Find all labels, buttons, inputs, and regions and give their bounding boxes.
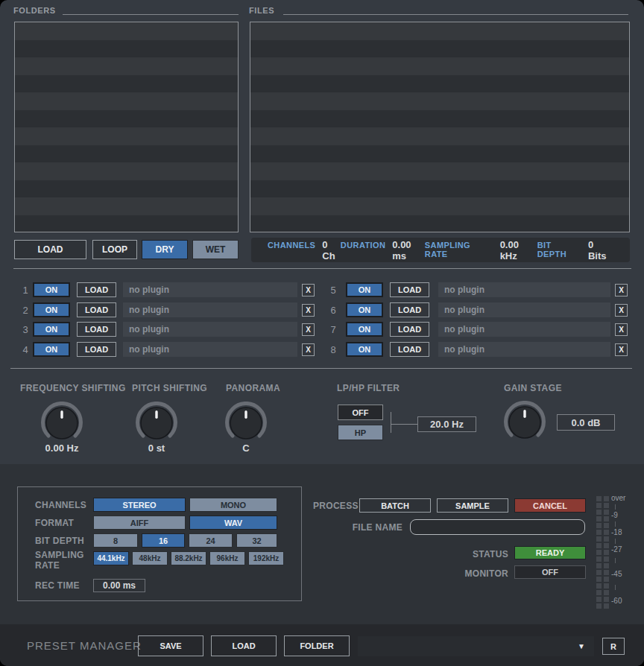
divider-middle [10,368,632,369]
sampling-rate-44-button[interactable]: 44.1kHz [93,551,129,565]
meter-square [596,530,602,535]
dry-toggle[interactable]: DRY [142,240,188,259]
pitch-shifting-knob[interactable] [136,402,177,443]
loop-button[interactable]: LOOP [92,240,137,259]
filter-cutoff-value[interactable]: 20.0 Hz [417,416,476,432]
files-list[interactable] [250,22,630,232]
slot-2-remove-button[interactable]: X [302,304,315,317]
preset-folder-button[interactable]: FOLDER [284,635,350,656]
slot-8-remove-button[interactable]: X [615,343,628,356]
format-wav-button[interactable]: WAV [189,516,277,530]
filter-connector-horizontal [391,424,417,425]
plugin-slot-row-1: 1 ON LOAD no plugin X [21,282,315,297]
slot-1-on-button[interactable]: ON [33,282,70,297]
folders-list[interactable] [14,22,239,232]
preset-manager-title: PRESET MANAGER [27,639,142,652]
slot-7-remove-button[interactable]: X [615,323,628,336]
bit-depth-32-button[interactable]: 32 [236,533,277,548]
preset-load-button[interactable]: LOAD [211,635,277,656]
channels-mono-button[interactable]: MONO [189,498,277,512]
meter-label-27: -27 [611,545,622,554]
meter-square [604,516,609,521]
meter-tick [615,539,616,544]
slot-3-load-button[interactable]: LOAD [77,322,116,337]
divider-top [13,268,631,269]
meter-square [604,543,609,548]
bit-depth-16-button[interactable]: 16 [142,533,185,548]
format-aiff-button[interactable]: AIFF [93,516,186,530]
preset-dropdown[interactable]: ▼ [358,636,594,656]
slot-4-remove-button[interactable]: X [302,343,315,356]
level-meter [596,496,609,609]
sampling-rate-192-button[interactable]: 192kHz [248,551,284,565]
slot-5-on-button[interactable]: ON [346,282,383,297]
gain-stage-knob[interactable] [504,401,546,443]
meter-square [596,536,602,542]
slot-8-load-button[interactable]: LOAD [390,342,429,357]
slot-2-load-button[interactable]: LOAD [77,302,116,317]
cancel-button[interactable]: CANCEL [514,498,586,513]
meter-square [604,523,609,528]
slot-5-plugin-name[interactable]: no plugin [438,282,610,297]
slot-3-on-button[interactable]: ON [33,322,70,337]
slot-1-plugin-name[interactable]: no plugin [123,282,297,297]
meter-square [596,563,602,568]
slot-3-plugin-name[interactable]: no plugin [123,322,297,337]
panorama-label: PANORAMA [226,383,280,393]
sampling-rate-48-button[interactable]: 48kHz [132,551,168,565]
plugin-slot-row-2: 2 ON LOAD no plugin X [21,302,315,317]
info-duration: DURATION 0.00 ms [341,239,425,261]
sampling-rate-88-button[interactable]: 88.2kHz [171,551,206,565]
slot-6-plugin-name[interactable]: no plugin [438,302,610,317]
slot-4-on-button[interactable]: ON [33,342,70,357]
plugin-slot-row-5: 5 ON LOAD no plugin X [328,282,628,297]
meter-square [604,583,609,589]
knob-icon [136,402,177,443]
slot-5-remove-button[interactable]: X [615,284,628,296]
slot-8-plugin-name[interactable]: no plugin [438,342,610,357]
meter-square [596,577,602,582]
slot-4-load-button[interactable]: LOAD [77,342,116,357]
preset-save-button[interactable]: SAVE [138,635,203,656]
filter-off-button[interactable]: OFF [338,405,383,420]
file-name-input[interactable] [410,519,585,535]
slot-7-on-button[interactable]: ON [346,322,383,337]
bit-depth-24-button[interactable]: 24 [189,533,233,548]
slot-1-remove-button[interactable]: X [302,284,315,296]
slot-2-on-button[interactable]: ON [33,302,70,317]
slot-6-on-button[interactable]: ON [346,302,383,317]
sampling-rate-96-button[interactable]: 96kHz [209,551,245,565]
slot-6-load-button[interactable]: LOAD [390,302,429,317]
sample-button[interactable]: SAMPLE [437,498,508,513]
batch-button[interactable]: BATCH [359,498,431,513]
gain-stage-value[interactable]: 0.0 dB [557,414,615,431]
info-duration-label: DURATION [341,241,385,250]
slot-7-plugin-name[interactable]: no plugin [438,322,610,337]
slot-3-remove-button[interactable]: X [302,323,315,336]
panorama-knob[interactable] [225,402,267,443]
frequency-shifting-label: FREQUENCY SHIFTING [20,383,126,393]
slot-5-load-button[interactable]: LOAD [390,282,429,297]
filter-hp-button[interactable]: HP [338,425,383,440]
monitor-label: MONITOR [419,568,508,579]
frequency-shifting-knob[interactable] [41,402,83,443]
bit-depth-8-button[interactable]: 8 [93,533,138,548]
slot-7-load-button[interactable]: LOAD [390,322,429,337]
slot-4-plugin-name[interactable]: no plugin [123,342,297,357]
meter-square [596,523,602,528]
wet-toggle[interactable]: WET [192,240,239,259]
format-label: FORMAT [35,518,74,528]
slot-2-plugin-name[interactable]: no plugin [123,302,297,317]
meter-square [604,503,609,508]
load-file-button[interactable]: LOAD [14,240,86,259]
slot-number: 4 [21,344,30,355]
slot-6-remove-button[interactable]: X [615,304,628,317]
channels-stereo-button[interactable]: STEREO [93,498,186,512]
monitor-off-button[interactable]: OFF [514,565,586,579]
meter-square [596,543,602,548]
filter-connector-vertical [391,412,391,433]
rec-time-value: 0.00 ms [93,579,145,592]
preset-reset-button[interactable]: R [602,638,625,655]
slot-1-load-button[interactable]: LOAD [77,282,116,297]
slot-8-on-button[interactable]: ON [346,342,383,357]
